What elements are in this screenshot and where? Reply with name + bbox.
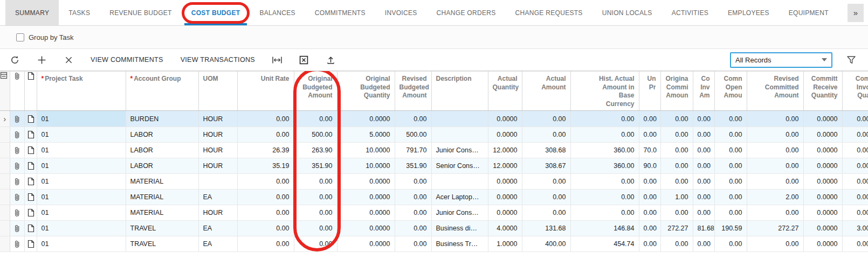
cell-committed_invoiced_amount[interactable]: 0.00 [693,127,714,143]
cell-account_group[interactable]: MATERIAL [126,205,198,221]
delete-row-button[interactable] [61,52,75,67]
cell-unit_rate[interactable]: 0.00 [237,111,294,127]
column-header-unit_price[interactable]: Un Pr [639,72,660,111]
cell-original_budgeted_amount[interactable]: 0.00 [294,236,337,252]
cell-revised_budgeted_amount[interactable]: 0.00 [395,174,431,190]
cell-original_budgeted_amount[interactable]: 0.00 [294,221,337,236]
cell-original_budgeted_amount[interactable]: 351.90 [294,158,337,174]
tab-cost-budget[interactable]: COST BUDGET [182,0,250,25]
cell-unit_rate[interactable]: 35.19 [237,158,294,174]
grid-row-3[interactable]: 01LABORHOUR26.39263.9010.0000791.70Junio… [0,143,868,158]
tab-employees[interactable]: EMPLOYEES [718,0,779,25]
load-records-button[interactable] [324,52,338,67]
cell-revised_budgeted_amount[interactable]: 0.00 [395,221,431,236]
cell-committed_open_amount[interactable]: 0.00 [714,127,747,143]
cell-actual_quantity[interactable]: 0.0000 [488,174,522,190]
row-selector-cell[interactable] [0,158,10,174]
cell-committed_open_amount[interactable]: 0.00 [714,190,747,205]
cell-project_task[interactable]: 01 [37,236,126,252]
cell-original_committed_amount[interactable]: 272.27 [660,221,693,236]
cell-committed_invoiced_quantity[interactable]: 3.00 [842,221,868,236]
column-header-actual_quantity[interactable]: Actual Quantity [488,72,522,111]
column-header-account_group[interactable]: *Account Group [126,72,198,111]
header-attachment-column[interactable] [10,72,24,111]
column-header-revised_committed_amount[interactable]: Revised Committed Amount [747,72,803,111]
column-header-committed_invoiced_amount[interactable]: Co Inv Am [693,72,714,111]
tab-activities[interactable]: ACTIVITIES [662,0,718,25]
cell-account_group[interactable]: BURDEN [126,111,198,127]
cell-hist_actual_amount_in_base_currency[interactable]: 0.00 [570,127,639,143]
cell-committed_invoiced_quantity[interactable]: 0.00 [842,205,868,221]
cell-uom[interactable] [198,174,237,190]
note-cell[interactable] [24,111,37,127]
grid-row-4[interactable]: 01LABORHOUR35.19351.9010.0000351.90Senio… [0,158,868,174]
cell-committed_received_quantity[interactable]: 0.0000 [803,143,842,158]
cell-revised_committed_amount[interactable]: 0.00 [747,158,803,174]
cell-committed_invoiced_quantity[interactable]: 0.00 [842,236,868,252]
cell-original_budgeted_quantity[interactable]: 10.0000 [337,158,395,174]
cell-hist_actual_amount_in_base_currency[interactable]: 360.00 [570,143,639,158]
cell-original_budgeted_amount[interactable]: 263.90 [294,143,337,158]
grid-row-1[interactable]: ›01BURDENHOUR0.000.000.00000.000.00000.0… [0,111,868,127]
tab-commitments[interactable]: COMMITMENTS [305,0,375,25]
fit-to-screen-button[interactable] [270,52,284,67]
cell-hist_actual_amount_in_base_currency[interactable]: 0.00 [570,174,639,190]
cell-actual_amount[interactable]: 0.00 [522,190,570,205]
cell-hist_actual_amount_in_base_currency[interactable]: 360.00 [570,158,639,174]
cell-original_committed_amount[interactable]: 0.00 [660,236,693,252]
cell-project_task[interactable]: 01 [37,158,126,174]
cell-description[interactable] [431,174,488,190]
note-cell[interactable] [24,158,37,174]
cell-committed_invoiced_quantity[interactable]: 0.00 [842,111,868,127]
cell-unit_price[interactable]: 0.00 [639,205,660,221]
cell-committed_received_quantity[interactable]: 0.0000 [803,111,842,127]
note-cell[interactable] [24,221,37,236]
row-selector-cell[interactable]: › [0,111,10,127]
cell-actual_quantity[interactable]: 1.0000 [488,236,522,252]
grid-row-6[interactable]: 01MATERIALEA0.000.000.00000.00Acer Lapto… [0,190,868,205]
cell-unit_price[interactable]: 0.00 [639,221,660,236]
cell-project_task[interactable]: 01 [37,143,126,158]
cell-description[interactable]: Senior Cons… [431,158,488,174]
cell-hist_actual_amount_in_base_currency[interactable]: 0.00 [570,111,639,127]
cell-original_budgeted_amount[interactable]: 0.00 [294,111,337,127]
attachment-cell[interactable] [10,158,24,174]
cell-hist_actual_amount_in_base_currency[interactable]: 146.84 [570,221,639,236]
cell-committed_invoiced_amount[interactable]: 0.00 [693,143,714,158]
column-header-original_budgeted_quantity[interactable]: Original Budgeted Quantity [337,72,395,111]
cell-uom[interactable]: EA [198,221,237,236]
column-header-original_committed_amount[interactable]: Origina Commi Amoun [660,72,693,111]
filter-settings-button[interactable] [844,52,858,67]
cell-hist_actual_amount_in_base_currency[interactable]: 0.00 [570,205,639,221]
cell-account_group[interactable]: MATERIAL [126,174,198,190]
cell-actual_quantity[interactable]: 0.0000 [488,127,522,143]
cell-original_committed_amount[interactable]: 1.00 [660,190,693,205]
cell-description[interactable]: Business Tr… [431,236,488,252]
cell-original_committed_amount[interactable]: 0.00 [660,143,693,158]
cell-unit_rate[interactable]: 0.00 [237,190,294,205]
tab-union-locals[interactable]: UNION LOCALS [593,0,662,25]
cell-description[interactable]: Junior Cons… [431,205,488,221]
column-header-committed_received_quantity[interactable]: Committ Receive Quantity [803,72,842,111]
cell-unit_price[interactable]: 0.00 [639,127,660,143]
cell-uom[interactable]: HOUR [198,111,237,127]
column-header-project_task[interactable]: *Project Task [37,72,126,111]
cell-revised_budgeted_amount[interactable]: 0.00 [395,111,431,127]
cell-committed_invoiced_amount[interactable]: 0.00 [693,190,714,205]
column-header-actual_amount[interactable]: Actual Amount [522,72,570,111]
column-header-uom[interactable]: UOM [198,72,237,111]
cell-revised_committed_amount[interactable]: 0.00 [747,127,803,143]
cell-committed_invoiced_quantity[interactable]: 0.00 [842,143,868,158]
view-transactions-button[interactable]: VIEW TRANSACTIONS [178,52,257,67]
cell-committed_received_quantity[interactable]: 0.0000 [803,127,842,143]
cell-original_budgeted_quantity[interactable]: 0.0000 [337,190,395,205]
cell-committed_open_amount[interactable]: 0.00 [714,143,747,158]
cell-committed_received_quantity[interactable]: 0.0000 [803,190,842,205]
cell-description[interactable]: Junior Cons… [431,143,488,158]
row-selector-cell[interactable] [0,221,10,236]
cell-unit_rate[interactable]: 26.39 [237,143,294,158]
cell-committed_received_quantity[interactable]: 0.0000 [803,236,842,252]
cell-actual_quantity[interactable]: 0.0000 [488,190,522,205]
records-filter-select[interactable]: All Records [730,52,832,68]
cell-committed_open_amount[interactable]: 0.00 [714,174,747,190]
